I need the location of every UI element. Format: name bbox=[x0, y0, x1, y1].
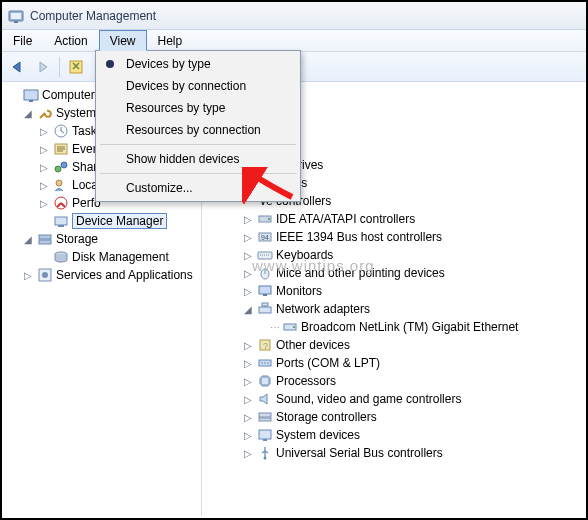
svg-point-11 bbox=[61, 162, 67, 168]
svg-rect-14 bbox=[55, 217, 67, 225]
tree-storage[interactable]: ◢ Storage bbox=[6, 230, 199, 248]
svg-point-10 bbox=[55, 166, 61, 172]
menu-devices-by-type[interactable]: Devices by type bbox=[98, 53, 298, 75]
svg-point-46 bbox=[264, 457, 267, 460]
users-icon bbox=[53, 177, 69, 193]
forward-button[interactable] bbox=[31, 56, 55, 78]
svg-text:?: ? bbox=[263, 341, 268, 351]
chevron-right-icon: ▷ bbox=[38, 126, 50, 137]
menu-view[interactable]: View bbox=[99, 30, 147, 51]
performance-icon bbox=[53, 195, 69, 211]
bullet-icon bbox=[106, 60, 114, 68]
dev-processors[interactable]: ▷ Processors bbox=[214, 372, 584, 390]
svg-rect-41 bbox=[261, 377, 269, 385]
svg-rect-15 bbox=[58, 225, 64, 227]
menu-help[interactable]: Help bbox=[147, 30, 194, 51]
back-button[interactable] bbox=[6, 56, 30, 78]
menu-devices-by-connection[interactable]: Devices by connection bbox=[98, 75, 298, 97]
monitor-icon bbox=[257, 283, 273, 299]
dev-broadcom[interactable]: ⋯ Broadcom NetLink (TM) Gigabit Ethernet bbox=[214, 318, 584, 336]
dev-ieee[interactable]: ▷ 94 IEEE 1394 Bus host controllers bbox=[214, 228, 584, 246]
keyboard-icon bbox=[257, 247, 273, 263]
menu-action[interactable]: Action bbox=[43, 30, 98, 51]
ieee-icon: 94 bbox=[257, 229, 273, 245]
properties-button[interactable] bbox=[64, 56, 88, 78]
disk-icon bbox=[53, 249, 69, 265]
svg-rect-44 bbox=[259, 430, 271, 439]
computer-mgmt-icon bbox=[23, 87, 39, 103]
chevron-right-icon: ▷ bbox=[242, 214, 254, 225]
svg-rect-17 bbox=[39, 240, 51, 244]
dev-system[interactable]: ▷ System devices bbox=[214, 426, 584, 444]
cpu-icon bbox=[257, 373, 273, 389]
shared-icon bbox=[53, 159, 69, 175]
network-icon bbox=[257, 301, 273, 317]
svg-rect-6 bbox=[24, 90, 38, 100]
svg-point-34 bbox=[293, 326, 295, 328]
dev-other[interactable]: ▷ ? Other devices bbox=[214, 336, 584, 354]
titlebar: Computer Management bbox=[2, 2, 586, 30]
clock-icon bbox=[53, 123, 69, 139]
device-manager-icon bbox=[53, 213, 69, 229]
menu-customize[interactable]: Customize... bbox=[98, 177, 298, 199]
tree-disk-management[interactable]: Disk Management bbox=[6, 248, 199, 266]
svg-rect-2 bbox=[14, 21, 18, 23]
event-icon bbox=[53, 141, 69, 157]
tree-device-manager[interactable]: Device Manager bbox=[6, 212, 199, 230]
tree-services-apps[interactable]: ▷ Services and Applications bbox=[6, 266, 199, 284]
usb-icon bbox=[257, 445, 273, 461]
svg-point-40 bbox=[267, 362, 269, 364]
svg-rect-42 bbox=[259, 413, 271, 417]
dev-ports[interactable]: ▷ Ports (COM & LPT) bbox=[214, 354, 584, 372]
sound-icon bbox=[257, 391, 273, 407]
view-dropdown: Devices by type Devices by connection Re… bbox=[95, 50, 301, 202]
svg-rect-29 bbox=[263, 294, 267, 296]
menu-file[interactable]: File bbox=[2, 30, 43, 51]
menu-resources-by-connection[interactable]: Resources by connection bbox=[98, 119, 298, 141]
svg-rect-16 bbox=[39, 235, 51, 239]
app-icon bbox=[8, 8, 24, 24]
svg-point-38 bbox=[261, 362, 263, 364]
dev-ide[interactable]: ▷ IDE ATA/ATAPI controllers bbox=[214, 210, 584, 228]
chevron-down-icon: ◢ bbox=[242, 304, 254, 315]
svg-text:94: 94 bbox=[261, 234, 269, 241]
toolbar-separator bbox=[59, 57, 60, 77]
mouse-icon bbox=[257, 265, 273, 281]
dev-monitors[interactable]: ▷ Monitors bbox=[214, 282, 584, 300]
ports-icon bbox=[257, 355, 273, 371]
chevron-down-icon: ◢ bbox=[22, 108, 34, 119]
svg-point-20 bbox=[42, 272, 48, 278]
nic-icon bbox=[282, 319, 298, 335]
dev-mice[interactable]: ▷ Mice and other pointing devices bbox=[214, 264, 584, 282]
svg-point-12 bbox=[56, 180, 62, 186]
menu-separator bbox=[100, 144, 296, 145]
tools-icon bbox=[37, 105, 53, 121]
services-icon bbox=[37, 267, 53, 283]
svg-rect-7 bbox=[29, 100, 33, 102]
storage-icon bbox=[37, 231, 53, 247]
storage-ctrl-icon bbox=[257, 409, 273, 425]
menu-resources-by-type[interactable]: Resources by type bbox=[98, 97, 298, 119]
menu-show-hidden-devices[interactable]: Show hidden devices bbox=[98, 148, 298, 170]
dev-network[interactable]: ◢ Network adapters bbox=[214, 300, 584, 318]
svg-rect-45 bbox=[263, 439, 267, 441]
svg-rect-1 bbox=[11, 13, 21, 19]
dev-keyboards[interactable]: ▷ Keyboards bbox=[214, 246, 584, 264]
system-icon bbox=[257, 427, 273, 443]
svg-rect-43 bbox=[259, 418, 271, 421]
svg-point-22 bbox=[268, 218, 270, 220]
menu-separator bbox=[100, 173, 296, 174]
menubar: File Action View Help bbox=[2, 30, 586, 52]
svg-rect-30 bbox=[259, 307, 271, 313]
ide-icon bbox=[257, 211, 273, 227]
dev-sound[interactable]: ▷ Sound, video and game controllers bbox=[214, 390, 584, 408]
dev-storage-controllers[interactable]: ▷ Storage controllers bbox=[214, 408, 584, 426]
svg-rect-31 bbox=[262, 303, 268, 306]
dev-usb[interactable]: ▷ Universal Serial Bus controllers bbox=[214, 444, 584, 462]
other-icon: ? bbox=[257, 337, 273, 353]
svg-point-39 bbox=[264, 362, 266, 364]
tree-line: ⋯ bbox=[270, 322, 279, 333]
window-title: Computer Management bbox=[30, 9, 156, 23]
svg-rect-28 bbox=[259, 286, 271, 294]
